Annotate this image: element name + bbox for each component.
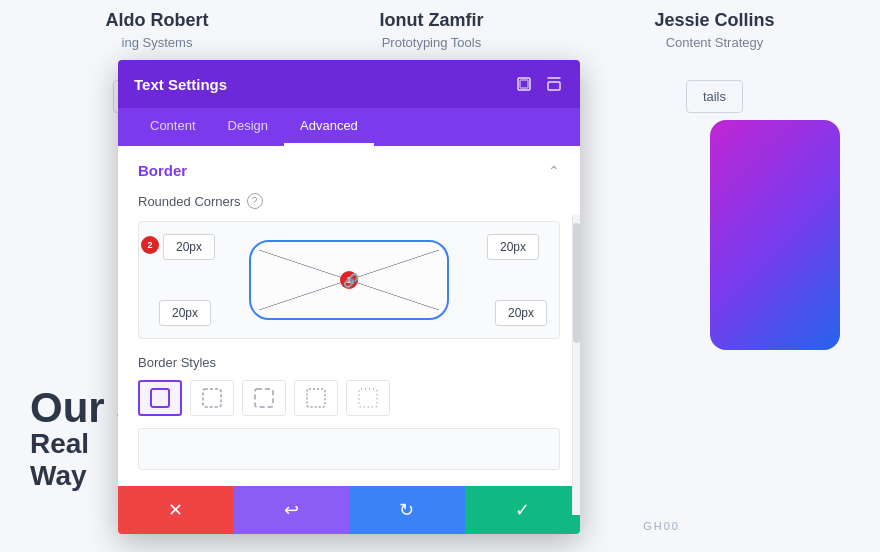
bg-col-3: Jessie Collins Content Strategy tails <box>654 10 774 113</box>
bg-col-3-name: Jessie Collins <box>654 10 774 31</box>
section-collapse-btn[interactable]: ⌃ <box>548 163 560 179</box>
border-style-solid[interactable] <box>138 380 182 416</box>
bg-small-text: RealWay <box>30 428 89 492</box>
bg-col-1-name: Aldo Robert <box>105 10 208 31</box>
bg-col-2-name: Ionut Zamfir <box>379 10 483 31</box>
corner-top-right-input[interactable] <box>487 234 539 260</box>
border-style-dashed-medium[interactable] <box>242 380 286 416</box>
svg-rect-7 <box>307 389 325 407</box>
help-icon[interactable]: ? <box>247 193 263 209</box>
modal-header-icons <box>514 74 564 94</box>
preview-area: 1 🔗 <box>211 234 487 326</box>
svg-rect-8 <box>359 389 377 407</box>
section-title: Border <box>138 162 187 179</box>
preview-box: 1 🔗 <box>249 240 449 320</box>
modal-body: Border ⌃ Rounded Corners ? 2 <box>118 146 580 486</box>
modal: Text Settings Content Desi <box>118 60 580 534</box>
border-styles-label: Border Styles <box>138 355 560 370</box>
corner-bottom-left-input[interactable] <box>159 300 211 326</box>
svg-rect-6 <box>255 389 273 407</box>
rounded-corners-label: Rounded Corners ? <box>138 193 560 209</box>
color-swatch-area[interactable] <box>138 428 560 470</box>
tab-advanced[interactable]: Advanced <box>284 108 374 146</box>
svg-rect-4 <box>151 389 169 407</box>
scroll-track[interactable] <box>572 215 580 515</box>
badge-2: 2 <box>141 236 159 254</box>
corner-top-left-input[interactable] <box>163 234 215 260</box>
bg-col-3-button[interactable]: tails <box>686 80 743 113</box>
svg-rect-5 <box>203 389 221 407</box>
bg-col-2-sub: Prototyping Tools <box>379 35 483 50</box>
border-style-dashed-light[interactable] <box>190 380 234 416</box>
link-icon: 🔗 <box>343 273 359 288</box>
modal-title: Text Settings <box>134 76 227 93</box>
confirm-button[interactable]: ✓ <box>465 486 581 534</box>
border-style-options <box>138 380 560 416</box>
redo-button[interactable]: ↻ <box>349 486 465 534</box>
bg-col-1-sub: ing Systems <box>105 35 208 50</box>
corner-grid: 2 1 🔗 <box>138 221 560 339</box>
section-header: Border ⌃ <box>138 162 560 179</box>
bg-gradient-box <box>710 120 840 350</box>
svg-rect-2 <box>548 82 560 90</box>
border-styles-section: Border Styles <box>138 355 560 416</box>
expand-icon[interactable] <box>514 74 534 94</box>
tab-content[interactable]: Content <box>134 108 212 146</box>
cancel-button[interactable]: ✕ <box>118 486 234 534</box>
bg-logo2: GH00 <box>643 520 680 532</box>
modal-footer: ✕ ↩ ↻ ✓ <box>118 486 580 534</box>
svg-rect-1 <box>520 80 528 88</box>
bg-col-3-sub: Content Strategy <box>654 35 774 50</box>
scroll-thumb[interactable] <box>573 223 580 343</box>
modal-tabs: Content Design Advanced <box>118 108 580 146</box>
modal-header: Text Settings <box>118 60 580 108</box>
collapse-icon[interactable] <box>544 74 564 94</box>
border-style-dotted[interactable] <box>346 380 390 416</box>
border-style-dashed-heavy[interactable] <box>294 380 338 416</box>
tab-design[interactable]: Design <box>212 108 284 146</box>
corner-bottom-right-input[interactable] <box>495 300 547 326</box>
undo-button[interactable]: ↩ <box>234 486 350 534</box>
